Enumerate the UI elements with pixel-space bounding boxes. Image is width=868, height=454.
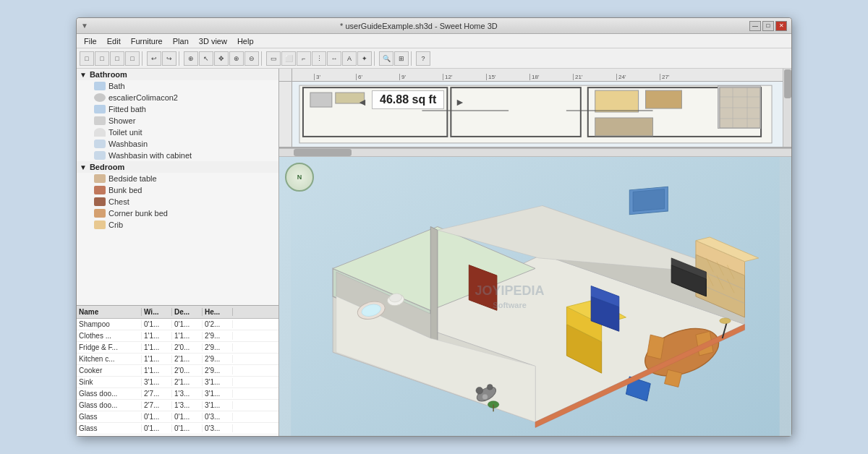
minimize-button[interactable]: —	[749, 21, 761, 31]
plan-area[interactable]: 46.88 sq ft ◄ ►	[292, 82, 783, 147]
plan-scrollbar-v[interactable]	[783, 69, 791, 147]
table-row[interactable]: Kitchen c...1'1...2'1...2'9...	[77, 354, 278, 365]
table-cell: 0'1...	[172, 413, 203, 421]
menu-furniture[interactable]: Furniture	[127, 35, 167, 47]
menu-file[interactable]: File	[80, 35, 101, 47]
svg-rect-58	[633, 189, 664, 212]
tree-item-chest[interactable]: Chest	[77, 196, 278, 207]
table-row[interactable]: Glass0'1...0'1...0'3...	[77, 434, 278, 436]
tree-item-washbasin[interactable]: Washbasin	[77, 138, 278, 150]
category-bathroom[interactable]: ▼ Bathroom	[77, 69, 278, 80]
table-cell: 1'1...	[142, 343, 172, 351]
svg-marker-23	[430, 227, 438, 342]
table-header: Name Wi... De... He...	[77, 306, 278, 319]
svg-rect-0	[299, 85, 772, 143]
table-cell: 1'1...	[172, 332, 203, 340]
cornerbunkbed-icon	[94, 209, 106, 218]
tb-zoom-fit[interactable]: ⊞	[394, 51, 409, 66]
ruler-mark-6: 6'	[356, 74, 362, 80]
main-content: ▼ Bathroom Bath escalierColimacon2 Fitte…	[77, 69, 791, 436]
tb-save[interactable]: □	[110, 51, 124, 66]
table-row[interactable]: Glass doo...2'7...1'3...3'1...	[77, 400, 278, 411]
tb-stair[interactable]: ⋮	[312, 51, 326, 66]
maximize-button[interactable]: □	[762, 21, 774, 31]
table-cell: Cooker	[77, 367, 142, 374]
table-cell: 0'1...	[172, 320, 203, 328]
tb-print[interactable]: □	[125, 51, 140, 66]
table-row[interactable]: Glass0'1...0'1...0'3...	[77, 423, 278, 434]
scrollbar-thumb-v[interactable]	[784, 69, 791, 98]
table-cell: 2'1...	[172, 378, 203, 386]
svg-point-31	[482, 394, 488, 400]
tb-label[interactable]: A	[342, 51, 357, 66]
ruler-mark-3: 3'	[314, 74, 320, 80]
tb-pan[interactable]: ✥	[214, 51, 229, 66]
tree-item-crib[interactable]: Crib	[77, 219, 278, 231]
tb-undo[interactable]: ↩	[147, 51, 161, 66]
tb-zoom-out[interactable]: ⊖	[244, 51, 259, 66]
tb-door[interactable]: ⌐	[297, 51, 311, 66]
table-row[interactable]: Glass0'1...0'1...0'3...	[77, 411, 278, 423]
tree-item-shower[interactable]: Shower	[77, 115, 278, 127]
tb-select[interactable]: ↖	[199, 51, 213, 66]
tree-item-washbasincabinet[interactable]: Washbasin with cabinet	[77, 150, 278, 161]
svg-marker-42	[665, 369, 682, 387]
plan-scrollbar-h[interactable]	[279, 148, 791, 157]
toolbar-sep4	[374, 51, 377, 66]
tb-open[interactable]: □	[95, 51, 109, 66]
tb-new[interactable]: □	[80, 51, 94, 66]
table-row[interactable]: Cooker1'1...2'0...2'9...	[77, 365, 278, 377]
menu-edit[interactable]: Edit	[103, 35, 125, 47]
tb-zoom-in[interactable]: ⊕	[229, 51, 244, 66]
toilet-icon	[94, 128, 106, 137]
tree-scroll[interactable]: ▼ Bathroom Bath escalierColimacon2 Fitte…	[77, 69, 278, 292]
tb-wall[interactable]: ▭	[266, 51, 281, 66]
menu-3dview[interactable]: 3D view	[195, 35, 231, 47]
tb-redo[interactable]: ↪	[162, 51, 176, 66]
tree-item-bedside[interactable]: Bedside table	[77, 173, 278, 184]
table-cell: 1'3...	[172, 390, 203, 398]
cabinet-topview	[718, 85, 761, 129]
table-cell: 1'3...	[172, 401, 203, 409]
svg-marker-40	[647, 335, 664, 359]
svg-point-61	[720, 318, 731, 324]
tree-item-fittedbath[interactable]: Fitted bath	[77, 103, 278, 115]
table-cell: 1'1...	[142, 355, 172, 363]
tree-item-escalier[interactable]: escalierColimacon2	[77, 92, 278, 103]
table-body[interactable]: Shampoo0'1...0'1...0'2...Clothes ...1'1.…	[77, 319, 278, 436]
tb-zoom-mag[interactable]: 🔍	[379, 51, 393, 66]
ruler-mark-24: 24'	[616, 74, 626, 80]
tree-item-bath[interactable]: Bath	[77, 80, 278, 92]
ruler-mark-12: 12'	[443, 74, 452, 80]
table-row[interactable]: Sink3'1...2'1...3'1...	[77, 377, 278, 388]
tb-help[interactable]: ?	[416, 51, 430, 66]
tree-item-cornerbunkbed[interactable]: Corner bunk bed	[77, 207, 278, 219]
menu-help[interactable]: Help	[233, 35, 258, 47]
table-row[interactable]: Clothes ...1'1...1'1...2'9...	[77, 330, 278, 342]
bunkbed-icon	[94, 186, 106, 194]
table-row[interactable]: Glass doo...2'7...1'3...3'1...	[77, 388, 278, 400]
table-row[interactable]: Fridge & F...1'1...2'0...2'9...	[77, 342, 278, 354]
table-row[interactable]: Shampoo0'1...0'1...0'2...	[77, 319, 278, 330]
tb-add-furniture[interactable]: ⊕	[184, 51, 198, 66]
menu-bar: File Edit Furniture Plan 3D view Help	[77, 34, 791, 48]
table-cell: Shampoo	[77, 320, 142, 328]
table-cell: Glass	[77, 413, 142, 421]
table-cell: 0'1...	[142, 320, 172, 328]
svg-point-30	[487, 385, 493, 390]
tb-compass[interactable]: ✦	[357, 51, 372, 66]
close-button[interactable]: ✕	[775, 21, 787, 31]
table-cell: 1'1...	[142, 367, 172, 374]
scrollbar-thumb-h[interactable]	[294, 149, 352, 156]
table-cell: 2'0...	[172, 367, 203, 374]
svg-rect-7	[646, 90, 682, 108]
tree-item-bunkbed[interactable]: Bunk bed	[77, 184, 278, 196]
tb-room[interactable]: ⬜	[281, 51, 296, 66]
tb-dimension[interactable]: ↔	[327, 51, 341, 66]
tree-item-toilet[interactable]: Toilet unit	[77, 127, 278, 138]
menu-plan[interactable]: Plan	[169, 35, 193, 47]
table-cell: Sink	[77, 378, 142, 386]
table-cell: 3'1...	[142, 378, 172, 386]
col-header-width: Wi...	[142, 308, 172, 316]
category-bedroom[interactable]: ▼ Bedroom	[77, 161, 278, 173]
